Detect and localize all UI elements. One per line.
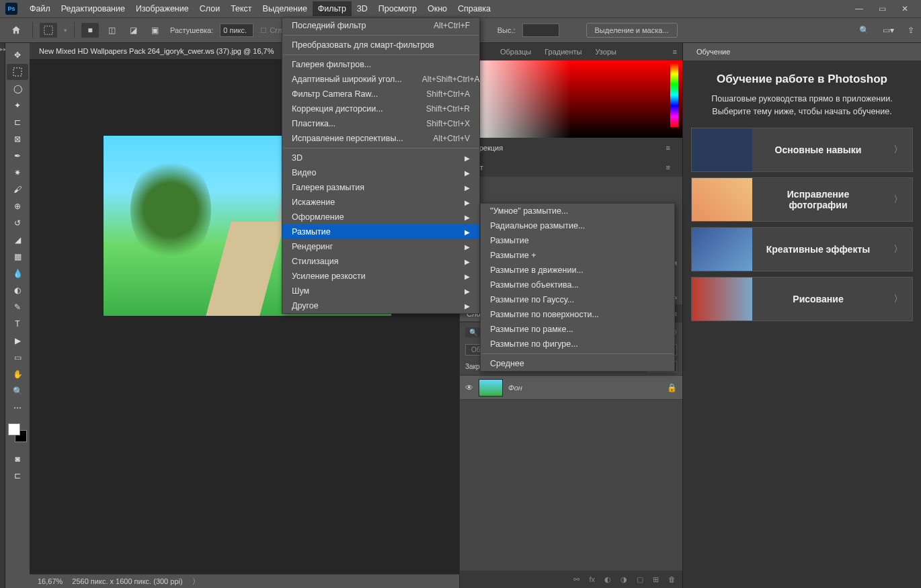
menu-3d[interactable]: 3D bbox=[352, 1, 373, 16]
panel-menu-icon[interactable]: ≡ bbox=[666, 163, 670, 171]
shape-tool[interactable]: ▭ bbox=[7, 349, 28, 366]
selection-add[interactable]: ◫ bbox=[103, 23, 120, 38]
marquee-tool[interactable] bbox=[7, 64, 28, 80]
layer-fx-icon[interactable]: fx bbox=[589, 575, 595, 583]
blur-surface[interactable]: Размытие по поверхности... bbox=[481, 307, 674, 322]
window-maximize[interactable]: ▭ bbox=[877, 4, 887, 13]
visibility-icon[interactable]: 👁 bbox=[465, 383, 473, 392]
menu-last-filter[interactable]: Последний фильтрAlt+Ctrl+F bbox=[282, 18, 479, 33]
share-icon[interactable]: ⇪ bbox=[908, 26, 914, 35]
menu-view[interactable]: Просмотр bbox=[373, 1, 422, 16]
layer-row-background[interactable]: 👁 Фон 🔒 bbox=[460, 376, 682, 400]
menu-distort[interactable]: Искажение▶ bbox=[282, 195, 479, 210]
menu-camera-raw[interactable]: Фильтр Camera Raw...Shift+Ctrl+A bbox=[282, 87, 479, 101]
hue-strip[interactable] bbox=[670, 63, 678, 127]
menu-liquify[interactable]: Пластика...Shift+Ctrl+X bbox=[282, 116, 479, 131]
blur-more[interactable]: Размытие + bbox=[481, 248, 674, 263]
group-icon[interactable]: ▢ bbox=[637, 575, 643, 584]
adjustment-layer-icon[interactable]: ◑ bbox=[620, 575, 627, 584]
eraser-tool[interactable]: ◢ bbox=[7, 232, 28, 248]
menu-image[interactable]: Изображение bbox=[130, 1, 194, 16]
panel-menu-icon[interactable]: ≡ bbox=[673, 48, 677, 56]
hand-tool[interactable]: ✋ bbox=[7, 366, 28, 382]
menu-video[interactable]: Видео▶ bbox=[282, 165, 479, 180]
menu-convert-smart[interactable]: Преобразовать для смарт-фильтров bbox=[282, 38, 479, 52]
menu-blur-gallery[interactable]: Галерея размытия▶ bbox=[282, 180, 479, 195]
window-close[interactable]: ✕ bbox=[899, 4, 910, 13]
blur-motion[interactable]: Размытие в движении... bbox=[481, 263, 674, 278]
brush-tool[interactable]: 🖌 bbox=[7, 181, 28, 198]
history-brush-tool[interactable]: ↺ bbox=[7, 215, 28, 231]
blur-lens[interactable]: Размытие объектива... bbox=[481, 278, 674, 292]
new-layer-icon[interactable]: ⊞ bbox=[653, 575, 659, 584]
menu-filter-gallery[interactable]: Галерея фильтров... bbox=[282, 57, 479, 72]
menu-blur[interactable]: Размытие▶ bbox=[282, 224, 479, 239]
learn-tab[interactable]: Обучение bbox=[690, 44, 737, 59]
learn-card-painting[interactable]: Рисование〉 bbox=[691, 277, 913, 321]
panel-menu-icon[interactable]: ≡ bbox=[666, 144, 670, 152]
search-icon[interactable]: 🔍 bbox=[859, 26, 869, 35]
color-swatches[interactable] bbox=[8, 423, 27, 442]
menu-file[interactable]: Файл bbox=[24, 1, 56, 16]
frame-tool[interactable]: ⊠ bbox=[7, 131, 28, 147]
menu-lens-correction[interactable]: Коррекция дисторсии...Shift+Ctrl+R bbox=[282, 101, 479, 116]
window-minimize[interactable]: — bbox=[854, 4, 865, 13]
blur-smart[interactable]: "Умное" размытие... bbox=[481, 204, 674, 218]
pen-tool[interactable]: ✎ bbox=[7, 299, 28, 315]
blur-shape[interactable]: Размытие по фигуре... bbox=[481, 337, 674, 351]
marquee-tool-options[interactable] bbox=[40, 23, 57, 38]
blur-box[interactable]: Размытие по рамке... bbox=[481, 322, 674, 337]
menu-adaptive-wide[interactable]: Адаптивный широкий угол...Alt+Shift+Ctrl… bbox=[282, 72, 479, 87]
stamp-tool[interactable]: ⊕ bbox=[7, 198, 28, 214]
layer-mask-icon[interactable]: ◐ bbox=[604, 575, 611, 584]
menu-window[interactable]: Окно bbox=[422, 1, 452, 16]
dodge-tool[interactable]: ◐ bbox=[7, 282, 28, 298]
statusbar-arrow[interactable]: 〉 bbox=[192, 577, 200, 587]
crop-tool[interactable]: ⊏ bbox=[7, 114, 28, 130]
menu-other[interactable]: Другое▶ bbox=[282, 298, 479, 313]
eyedropper-tool[interactable]: ✒ bbox=[7, 148, 28, 164]
menu-vanishing[interactable]: Исправление перспективы...Alt+Ctrl+V bbox=[282, 131, 479, 146]
layer-name[interactable]: Фон bbox=[508, 384, 522, 392]
screenmode-tool[interactable]: ⊏ bbox=[7, 468, 28, 484]
menu-type[interactable]: Текст bbox=[225, 1, 257, 16]
lock-icon[interactable]: 🔒 bbox=[667, 383, 677, 392]
blur-gaussian[interactable]: Размытие по Гауссу... bbox=[481, 292, 674, 307]
select-and-mask-button[interactable]: Выделение и маска... bbox=[586, 23, 678, 38]
color-picker[interactable] bbox=[460, 60, 682, 138]
menu-3d[interactable]: 3D▶ bbox=[282, 151, 479, 165]
menu-filter[interactable]: Фильтр bbox=[313, 1, 352, 16]
selection-subtract[interactable]: ◪ bbox=[124, 23, 142, 38]
blur-blur[interactable]: Размытие bbox=[481, 233, 674, 248]
layer-thumbnail[interactable] bbox=[479, 379, 503, 396]
menu-edit[interactable]: Редактирование bbox=[56, 1, 130, 16]
quick-select-tool[interactable]: ✦ bbox=[7, 97, 28, 114]
patterns-tab[interactable]: Узоры bbox=[589, 44, 623, 59]
menu-stylize-design[interactable]: Оформление▶ bbox=[282, 210, 479, 224]
gradients-tab[interactable]: Градиенты bbox=[538, 44, 588, 59]
swatches-tab[interactable]: Образцы bbox=[493, 44, 538, 59]
zoom-display[interactable]: 16,67% bbox=[38, 577, 63, 585]
height-input[interactable] bbox=[522, 24, 559, 37]
workspace-icon[interactable]: ▭▾ bbox=[883, 26, 894, 35]
menu-select[interactable]: Выделение bbox=[257, 1, 313, 16]
blur-tool[interactable]: 💧 bbox=[7, 265, 28, 282]
path-select-tool[interactable]: ▶ bbox=[7, 333, 28, 349]
menu-noise[interactable]: Шум▶ bbox=[282, 284, 479, 298]
link-layers-icon[interactable]: ⚯ bbox=[573, 575, 579, 584]
healing-tool[interactable]: ✷ bbox=[7, 165, 28, 181]
menu-stylize[interactable]: Стилизация▶ bbox=[282, 254, 479, 269]
learn-card-basics[interactable]: Основные навыки〉 bbox=[691, 128, 913, 172]
menu-help[interactable]: Справка bbox=[452, 1, 496, 16]
learn-card-photo-fix[interactable]: Исправление фотографии〉 bbox=[691, 177, 913, 222]
delete-layer-icon[interactable]: 🗑 bbox=[668, 575, 676, 583]
feather-input[interactable] bbox=[220, 24, 253, 37]
blur-average[interactable]: Среднее bbox=[481, 356, 674, 371]
zoom-tool[interactable]: 🔍 bbox=[7, 383, 28, 399]
quickmask-tool[interactable]: ◙ bbox=[7, 451, 28, 467]
blur-radial[interactable]: Радиальное размытие... bbox=[481, 218, 674, 233]
toolbox-more[interactable]: ⋯ bbox=[7, 400, 28, 416]
menu-render[interactable]: Рендеринг▶ bbox=[282, 239, 479, 254]
menu-layer[interactable]: Слои bbox=[194, 1, 225, 16]
learn-card-effects[interactable]: Креативные эффекты〉 bbox=[691, 227, 913, 271]
